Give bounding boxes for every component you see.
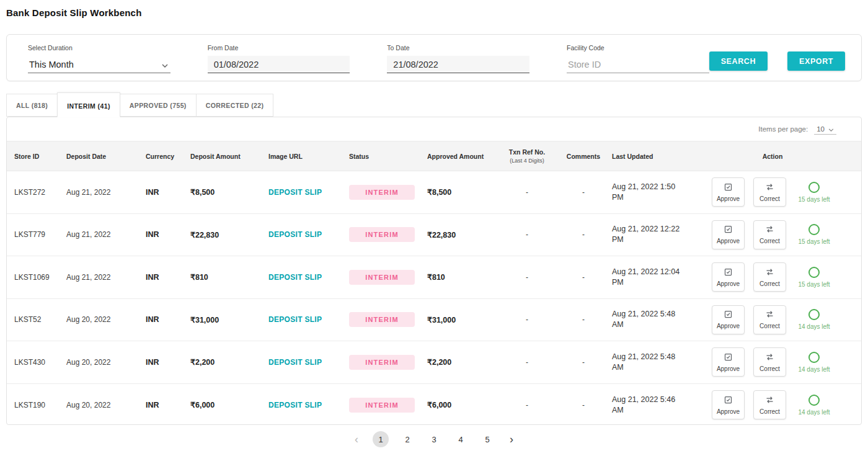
- currency-cell: INR: [146, 401, 190, 409]
- days-left-label: 14 days left: [798, 323, 830, 330]
- days-left-label: 14 days left: [798, 366, 830, 373]
- tab-approved[interactable]: APPROVED (755): [120, 94, 197, 117]
- next-page-icon[interactable]: ›: [503, 431, 520, 447]
- days-left-label: 15 days left: [798, 238, 830, 245]
- table-row: LKST430 Aug 20, 2022 INR ₹2,200 DEPOSIT …: [7, 341, 861, 384]
- page-button-5[interactable]: 5: [479, 431, 495, 447]
- duration-label: Select Duration: [28, 44, 170, 51]
- to-date-label: To Date: [387, 44, 529, 51]
- items-per-page-row: Items per page: 10: [7, 117, 861, 141]
- items-per-page-value: 10: [817, 125, 825, 133]
- days-left-label: 14 days left: [798, 409, 830, 416]
- correct-button[interactable]: Correct: [753, 305, 786, 334]
- approved-amount-cell: ₹22,830: [427, 230, 499, 239]
- days-left-indicator: 15 days left: [795, 267, 833, 288]
- currency-cell: INR: [146, 358, 190, 367]
- status-badge: INTERIM: [349, 227, 415, 242]
- correct-button[interactable]: Correct: [753, 262, 786, 292]
- action-cell: Approve Correct 14 days left: [691, 347, 854, 377]
- store-id-cell: LKST272: [14, 188, 66, 197]
- header-image-url: Image URL: [268, 153, 349, 160]
- approve-button[interactable]: Approve: [712, 305, 745, 334]
- comments-cell: -: [555, 401, 612, 409]
- deposit-amount-cell: ₹22,830: [190, 230, 268, 239]
- deposit-slip-link[interactable]: DEPOSIT SLIP: [268, 230, 322, 239]
- search-button[interactable]: SEARCH: [709, 51, 768, 71]
- progress-ring-icon: [808, 224, 820, 235]
- approve-checkbox-icon: [724, 225, 733, 236]
- table-row: LKST1069 Aug 21, 2022 INR ₹810 DEPOSIT S…: [7, 256, 861, 299]
- to-date-input[interactable]: [387, 56, 529, 73]
- txn-ref-cell: -: [499, 315, 555, 324]
- txn-ref-cell: -: [499, 188, 555, 197]
- duration-value: This Month: [29, 60, 74, 69]
- deposit-amount-cell: ₹2,200: [190, 357, 268, 367]
- last-updated-cell: Aug 21, 2022 5:46 AM: [612, 395, 691, 416]
- swap-arrows-icon: [765, 395, 774, 406]
- facility-code-input[interactable]: [567, 56, 709, 73]
- deposit-date-cell: Aug 21, 2022: [66, 273, 146, 282]
- progress-ring-icon: [808, 395, 820, 406]
- approve-button[interactable]: Approve: [712, 177, 745, 207]
- tab-interim[interactable]: INTERIM (41): [57, 92, 120, 117]
- approve-button[interactable]: Approve: [712, 347, 745, 377]
- days-left-indicator: 14 days left: [795, 309, 833, 330]
- tab-all[interactable]: ALL (818): [6, 94, 58, 117]
- action-cell: Approve Correct 15 days left: [691, 220, 854, 249]
- txn-ref-cell: -: [499, 273, 555, 282]
- status-badge: INTERIM: [349, 312, 415, 327]
- export-button[interactable]: EXPORT: [787, 51, 845, 71]
- items-per-page-select[interactable]: 10: [814, 124, 836, 135]
- days-left-label: 15 days left: [798, 196, 830, 203]
- swap-arrows-icon: [765, 182, 774, 194]
- deposit-amount-cell: ₹8,500: [190, 187, 268, 197]
- items-per-page-label: Items per page:: [758, 125, 808, 133]
- deposit-date-cell: Aug 20, 2022: [66, 315, 146, 324]
- page-button-3[interactable]: 3: [426, 431, 442, 447]
- store-id-cell: LKST190: [14, 401, 66, 409]
- correct-button[interactable]: Correct: [753, 390, 786, 419]
- currency-cell: INR: [146, 273, 190, 282]
- header-currency: Currency: [146, 153, 190, 160]
- correct-button[interactable]: Correct: [753, 220, 786, 249]
- correct-button[interactable]: Correct: [753, 177, 786, 207]
- last-updated-cell: Aug 21, 2022 12:22 PM: [612, 224, 691, 245]
- page-button-2[interactable]: 2: [399, 431, 415, 447]
- header-txn-ref-subtext: (Last 4 Digits): [499, 158, 555, 164]
- store-id-cell: LKST430: [14, 358, 66, 367]
- deposit-slip-link[interactable]: DEPOSIT SLIP: [268, 188, 322, 197]
- table-row: LKST190 Aug 20, 2022 INR ₹6,000 DEPOSIT …: [7, 384, 861, 426]
- days-left-indicator: 14 days left: [795, 352, 833, 373]
- comments-cell: -: [555, 230, 612, 239]
- approved-amount-cell: ₹810: [427, 272, 499, 282]
- last-updated-cell: Aug 21, 2022 5:48 AM: [612, 352, 691, 373]
- header-status: Status: [349, 153, 427, 160]
- deposit-slip-link[interactable]: DEPOSIT SLIP: [268, 315, 322, 324]
- action-cell: Approve Correct 14 days left: [691, 390, 854, 419]
- deposit-slip-link[interactable]: DEPOSIT SLIP: [268, 358, 322, 367]
- txn-ref-cell: -: [499, 358, 555, 367]
- page-button-1[interactable]: 1: [373, 431, 389, 447]
- from-date-input[interactable]: [208, 56, 350, 73]
- days-left-indicator: 15 days left: [795, 224, 833, 245]
- action-cell: Approve Correct 15 days left: [691, 177, 854, 207]
- page-button-4[interactable]: 4: [453, 431, 469, 447]
- duration-select[interactable]: This Month: [28, 56, 170, 73]
- tab-corrected[interactable]: CORRECTED (22): [196, 94, 274, 117]
- approve-button[interactable]: Approve: [712, 390, 745, 419]
- deposit-slip-link[interactable]: DEPOSIT SLIP: [268, 401, 322, 409]
- deposit-slip-link[interactable]: DEPOSIT SLIP: [268, 273, 322, 282]
- header-last-updated: Last Updated: [612, 153, 691, 160]
- correct-button[interactable]: Correct: [753, 347, 786, 377]
- store-id-cell: LKST52: [14, 315, 66, 324]
- table-row: LKST52 Aug 20, 2022 INR ₹31,000 DEPOSIT …: [7, 299, 861, 342]
- prev-page-icon[interactable]: ‹: [348, 431, 365, 447]
- approve-button[interactable]: Approve: [712, 262, 745, 292]
- swap-arrows-icon: [765, 310, 774, 321]
- comments-cell: -: [555, 315, 612, 324]
- days-left-indicator: 14 days left: [795, 395, 833, 416]
- header-comments: Comments: [555, 153, 612, 160]
- progress-ring-icon: [808, 352, 820, 363]
- approve-button[interactable]: Approve: [712, 220, 745, 249]
- last-updated-cell: Aug 21, 2022 1:50 PM: [612, 182, 691, 203]
